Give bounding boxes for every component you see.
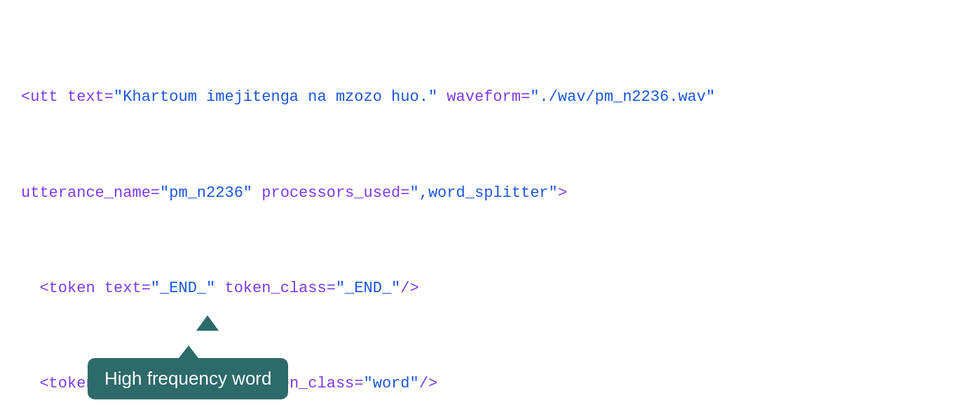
high-frequency-word-tooltip: High frequency word xyxy=(88,358,288,399)
code-line-2: utterance_name="pm_n2236" processors_use… xyxy=(21,181,959,205)
tooltip-container: High frequency word xyxy=(88,358,288,399)
code-line-1: <utt text="Khartoum imejitenga na mzozo … xyxy=(21,85,959,109)
tooltip-arrow xyxy=(196,315,219,331)
code-line-3: <token text="_END_" token_class="_END_"/… xyxy=(21,277,959,301)
tooltip-label: High frequency word xyxy=(104,368,271,389)
code-display: <utt text="Khartoum imejitenga na mzozo … xyxy=(21,14,959,412)
